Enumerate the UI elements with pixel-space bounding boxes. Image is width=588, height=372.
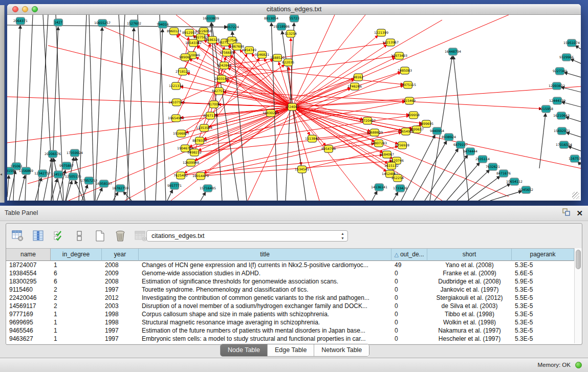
graph-node[interactable]: 19166827 [173, 130, 189, 137]
graph-node[interactable]: 822035 [282, 59, 294, 66]
graph-node[interactable]: 12444139 [549, 97, 565, 104]
graph-node[interactable]: 9474444 [463, 148, 477, 155]
graph-node[interactable]: 9756928 [395, 142, 409, 149]
import-table-icon[interactable] [134, 229, 147, 243]
graph-node[interactable]: 1221334 [169, 82, 183, 90]
graph-node[interactable]: 9146821 [255, 51, 269, 58]
table-row[interactable]: 1872400712008Changes of HCN gene express… [6, 261, 581, 269]
graph-node[interactable]: 16782759 [112, 185, 128, 192]
graph-node[interactable]: 7632621 [486, 163, 500, 170]
graph-node[interactable]: 12213967 [382, 39, 399, 46]
graph-node[interactable]: 116753 [569, 155, 581, 162]
graph-node[interactable]: 2718120 [176, 68, 190, 75]
graph-node[interactable]: 9857771 [167, 182, 182, 189]
graph-node[interactable]: 1513845 [305, 135, 319, 142]
graph-node[interactable]: 113254 [285, 30, 297, 37]
table-row[interactable]: 1830029562008Estimation of significance … [6, 277, 581, 286]
graph-node[interactable]: 16448794 [445, 48, 461, 55]
graph-node[interactable]: 9184067 [380, 151, 394, 158]
graph-node[interactable]: 6879197 [453, 141, 468, 148]
graph-node[interactable]: 252254 [391, 174, 404, 182]
float-panel-icon[interactable] [562, 208, 570, 218]
column-header-short[interactable]: short [427, 249, 512, 261]
graph-node[interactable]: 2935114 [475, 156, 490, 163]
graph-node[interactable]: 16914479 [192, 172, 209, 180]
graph-node[interactable]: 15692971 [554, 127, 570, 135]
column-header-pagerank[interactable]: pagerank [512, 249, 574, 261]
graph-node[interactable]: 7625402 [173, 172, 188, 179]
window-resize-handle[interactable] [572, 192, 579, 199]
graph-node[interactable]: 9440954 [430, 127, 444, 135]
graph-node[interactable]: 8454749 [242, 47, 256, 54]
graph-node[interactable]: 915469 [403, 97, 416, 104]
graph-node[interactable]: 11353553 [196, 124, 212, 132]
graph-node[interactable]: 9245652 [519, 186, 533, 193]
tab-network-table[interactable]: Network Table [314, 344, 369, 356]
graph-node[interactable]: 2803144 [214, 75, 229, 82]
graph-node[interactable]: 10654112 [506, 178, 522, 185]
graph-node[interactable]: 8878334 [192, 137, 207, 144]
graph-node[interactable]: 20206576 [45, 150, 61, 158]
column-header-year[interactable]: year [102, 249, 139, 261]
graph-node[interactable]: 1615132 [384, 162, 399, 169]
column-header-out_de[interactable]: △out_de... [391, 249, 427, 261]
column-header-name[interactable]: name [6, 249, 51, 261]
graph-node[interactable]: 15951074 [563, 39, 580, 47]
close-panel-icon[interactable]: ✕ [576, 209, 583, 217]
graph-node[interactable]: 9899695 [419, 120, 433, 127]
table-row[interactable]: 2242004622012Investigating the contribut… [6, 294, 581, 302]
tab-edge-table[interactable]: Edge Table [268, 344, 314, 356]
graph-node[interactable]: 989061 [179, 54, 191, 61]
column-header-title[interactable]: title [139, 249, 391, 261]
graph-node[interactable]: 16210643 [553, 112, 570, 119]
window-titlebar[interactable]: citations_edges.txt [7, 4, 581, 15]
graph-node[interactable]: 15716485 [200, 185, 216, 192]
graph-node[interactable]: 917006 [208, 101, 220, 108]
graph-node[interactable]: 55723 [289, 15, 299, 22]
graph-node[interactable]: 7857224 [225, 24, 239, 31]
table-row[interactable]: 977716911998Corpus callosum shape and si… [6, 310, 581, 318]
graph-node[interactable]: 15720407 [359, 117, 376, 124]
column-header-in_degree[interactable]: in_degree [51, 249, 102, 261]
graph-node[interactable]: 17975115 [400, 81, 416, 89]
trash-icon[interactable] [114, 229, 127, 243]
graph-node[interactable]: 8960123 [167, 28, 181, 35]
graph-node[interactable]: 10655257 [94, 19, 111, 27]
table-selector-dropdown[interactable]: citations_edges.txt ▲ ▼ [146, 230, 348, 242]
network-view-canvas[interactable]: 1724007896012389129551822605898275038186… [7, 15, 581, 201]
graph-node[interactable]: 9498212 [187, 149, 202, 156]
graph-node[interactable]: 8471676 [496, 170, 511, 177]
table-row[interactable]: 911546021997Tourette syndrome. Phenomeno… [6, 286, 581, 294]
table-row[interactable]: 1938455462009Genome-wide association stu… [6, 269, 581, 277]
graph-node[interactable]: 9329966 [559, 54, 574, 61]
graph-node[interactable]: 39159 [7, 167, 14, 174]
graph-node[interactable]: 1427 [54, 19, 63, 26]
graph-node[interactable]: 9227349 [553, 68, 567, 75]
collapsed-panel-strip[interactable]: ◂ [0, 5, 5, 203]
graph-node[interactable]: 1733426 [393, 185, 407, 192]
graph-node[interactable]: 8267110 [203, 112, 217, 119]
table-row[interactable]: 969969511998Structural magnetic resonanc… [6, 318, 581, 326]
row-height-icon[interactable] [73, 229, 86, 243]
scrollbar-thumb[interactable] [576, 250, 581, 269]
table-row[interactable]: 946554611997Estimation of the future num… [6, 326, 581, 335]
graph-node[interactable]: 10688609 [366, 129, 383, 136]
graph-node[interactable]: 16958107 [96, 180, 112, 187]
graph-node[interactable]: 1534541 [295, 166, 309, 173]
table-row[interactable]: 946362711997Embryonic stem cells: a mode… [6, 335, 581, 343]
graph-node[interactable]: 19218986 [273, 23, 290, 30]
graph-node[interactable]: 7485083 [398, 67, 412, 74]
graph-node[interactable]: 1156869 [19, 167, 33, 174]
graph-node[interactable]: 17957253 [81, 177, 97, 184]
graph-node[interactable]: 18807243 [371, 140, 387, 147]
graph-node[interactable]: 16543382 [185, 39, 202, 47]
table-vertical-scrollbar[interactable] [574, 248, 582, 343]
graph-node[interactable]: 2064371 [13, 17, 28, 25]
graph-node[interactable]: 9242848 [217, 62, 231, 69]
tab-node-table[interactable]: Node Table [221, 344, 268, 356]
graph-node[interactable]: 17016504 [556, 141, 572, 148]
column-visibility-icon[interactable] [32, 229, 45, 243]
table-settings-icon[interactable] [11, 229, 25, 243]
table-row[interactable]: 1456911722003Disruption of a novel membe… [6, 302, 581, 310]
graph-node[interactable]: 14136141 [371, 184, 387, 191]
